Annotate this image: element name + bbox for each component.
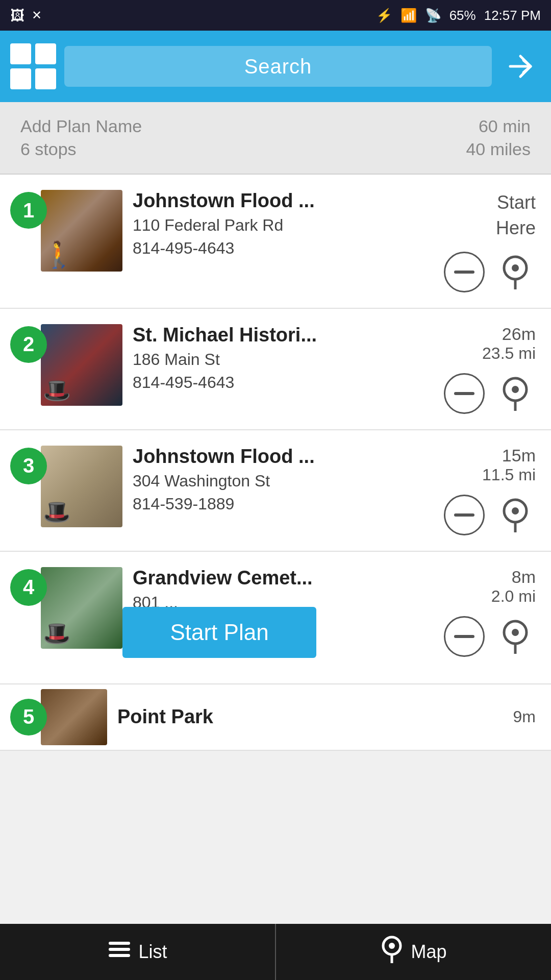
stop-name[interactable]: Johnstown Flood ...	[133, 446, 434, 468]
remove-stop-button[interactable]	[444, 252, 485, 292]
stop-number-badge: 1	[10, 192, 47, 229]
stop-actions: 8m 2.0 mi	[444, 567, 536, 657]
remove-stop-button[interactable]	[444, 373, 485, 414]
stop-item: 1 🚶 Johnstown Flood ... 110 Federal Park…	[0, 175, 551, 309]
svg-rect-0	[454, 271, 474, 274]
view-location-button[interactable]	[495, 495, 536, 535]
remove-stop-button[interactable]	[444, 495, 485, 535]
stop-number-badge: 2	[10, 326, 47, 363]
photo-icon: 🖼	[10, 7, 24, 24]
stop-actions: StartHere	[444, 190, 536, 292]
search-input[interactable]: Search	[64, 46, 492, 87]
hat-icon: 🎩	[41, 497, 73, 527]
bottom-navigation: List Map	[0, 924, 551, 980]
signal-icon: 📡	[425, 8, 441, 23]
stop-thumbnail: 🎩	[41, 324, 122, 406]
stop-info-partial: Point Park	[117, 706, 503, 728]
svg-rect-14	[109, 954, 130, 957]
stop-name-partial[interactable]: Point Park	[117, 706, 503, 728]
map-nav-item[interactable]: Map	[276, 924, 551, 980]
start-plan-button[interactable]: Start Plan	[122, 607, 316, 658]
share-button[interactable]	[500, 46, 541, 87]
svg-point-2	[512, 264, 519, 272]
svg-point-8	[512, 507, 519, 514]
stop-item-partial: 5 Point Park 9m	[0, 684, 551, 751]
svg-rect-6	[454, 513, 474, 517]
stop-info: Johnstown Flood ... 304 Washington St 81…	[133, 446, 434, 513]
stop-item: 2 🎩 St. Michael Histori... 186 Main St 8…	[0, 309, 551, 430]
stop-thumbnail-partial	[41, 689, 107, 745]
stop-item: 4 🎩 Grandview Cemet... 801 ... 814... 8m…	[0, 552, 551, 684]
stop-number-badge: 3	[10, 448, 47, 484]
plan-summary: Add Plan Name 6 stops 60 min 40 miles	[0, 102, 551, 175]
stop-distance: 8m 2.0 mi	[491, 567, 536, 606]
stop-name[interactable]: Grandview Cemet...	[133, 567, 434, 589]
stop-number-badge: 4	[10, 569, 47, 606]
stop-thumbnail: 🚶	[41, 190, 122, 272]
svg-point-16	[389, 943, 395, 949]
list-nav-label: List	[138, 941, 167, 963]
stop-actions: 26m 23.5 mi	[444, 324, 536, 414]
view-location-button[interactable]	[495, 252, 536, 292]
plan-time: 60 min	[479, 116, 531, 136]
map-icon	[380, 936, 404, 969]
hat-icon: 🎩	[41, 618, 73, 649]
remove-stop-button[interactable]	[444, 616, 485, 657]
view-location-button[interactable]	[495, 373, 536, 414]
list-icon	[108, 938, 131, 967]
time-display: 12:57 PM	[484, 8, 541, 23]
stop-number-badge: 5	[10, 699, 47, 736]
stop-phone[interactable]: 814-495-4643	[133, 239, 434, 258]
svg-point-11	[512, 629, 519, 636]
stop-phone[interactable]: 814-539-1889	[133, 495, 434, 513]
close-icon: ✕	[32, 8, 42, 22]
svg-rect-12	[109, 942, 130, 945]
stop-distance: 15m 11.5 mi	[482, 446, 536, 484]
status-bar: 🖼 ✕ ⚡ 📶 📡 65% 12:57 PM	[0, 0, 551, 31]
map-nav-label: Map	[411, 941, 446, 963]
stop-name[interactable]: St. Michael Histori...	[133, 324, 434, 346]
stop-name[interactable]: Johnstown Flood ...	[133, 190, 434, 212]
stop-thumbnail: 🎩	[41, 446, 122, 527]
stop-address: 110 Federal Park Rd	[133, 216, 434, 235]
stop-address: 186 Main St	[133, 350, 434, 369]
stop-actions: 15m 11.5 mi	[444, 446, 536, 535]
plan-miles: 40 miles	[466, 139, 531, 159]
svg-rect-13	[109, 948, 130, 951]
stop-info: St. Michael Histori... 186 Main St 814-4…	[133, 324, 434, 392]
app-header: Search	[0, 31, 551, 102]
start-here-label: StartHere	[496, 190, 536, 241]
list-nav-item[interactable]: List	[0, 924, 276, 980]
plan-name[interactable]: Add Plan Name	[20, 116, 142, 136]
stop-phone[interactable]: 814-495-4643	[133, 373, 434, 392]
svg-rect-3	[454, 392, 474, 395]
svg-point-5	[512, 386, 519, 393]
svg-rect-9	[454, 635, 474, 638]
wifi-icon: 📶	[400, 8, 417, 23]
view-location-button[interactable]	[495, 616, 536, 657]
hiker-icon: 🚶	[41, 238, 77, 272]
bluetooth-icon: ⚡	[376, 8, 392, 23]
partial-stop-distance: 9m	[513, 707, 536, 726]
stop-info: Johnstown Flood ... 110 Federal Park Rd …	[133, 190, 434, 258]
stop-thumbnail: 🎩	[41, 567, 122, 649]
stop-distance: 26m 23.5 mi	[482, 324, 536, 363]
hat-icon: 🎩	[41, 375, 73, 406]
stop-item: 3 🎩 Johnstown Flood ... 304 Washington S…	[0, 430, 551, 552]
grid-menu-icon[interactable]	[10, 43, 56, 89]
stop-address: 304 Washington St	[133, 472, 434, 491]
battery-text: 65%	[449, 8, 476, 23]
plan-stops: 6 stops	[20, 139, 142, 159]
